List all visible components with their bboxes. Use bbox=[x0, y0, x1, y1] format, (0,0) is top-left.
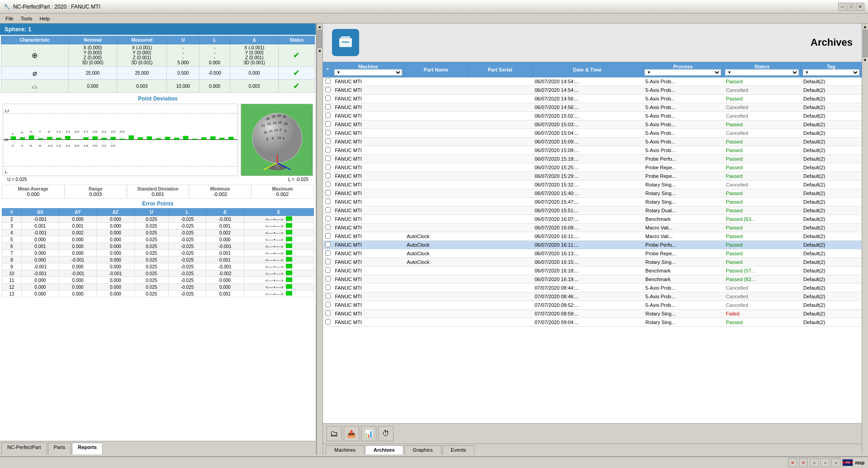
archive-checkbox[interactable] bbox=[325, 199, 331, 204]
archive-checkbox[interactable] bbox=[325, 190, 331, 196]
right-scroll-up[interactable]: ▲ bbox=[863, 24, 867, 29]
tag-filter[interactable]: ▼ bbox=[803, 69, 859, 76]
archive-row[interactable]: FANUC MTI 07/07/2020 08:44:... 5-Axis Pr… bbox=[323, 284, 862, 292]
archive-checkbox[interactable] bbox=[325, 216, 331, 221]
close-button[interactable]: ✕ bbox=[856, 3, 864, 11]
archive-row[interactable]: FANUC MTI 06/07/2020 15:51:... Rotary Du… bbox=[323, 206, 862, 215]
svg-text:8: 8 bbox=[39, 144, 42, 147]
scroll-thumb[interactable] bbox=[318, 30, 322, 48]
archive-row[interactable]: FANUC MTI 06/07/2020 15:40:... Rotary Si… bbox=[323, 189, 862, 198]
minimize-button[interactable]: ─ bbox=[838, 3, 846, 11]
archive-row[interactable]: FANUC MTI AutoClock 06/07/2020 16:15:...… bbox=[323, 258, 862, 267]
archive-checkbox[interactable] bbox=[325, 104, 331, 110]
menu-file[interactable]: File bbox=[2, 15, 17, 22]
archive-row[interactable]: FANUC MTI 06/07/2020 14:54:... 5-Axis Pr… bbox=[323, 77, 862, 86]
archive-checkbox[interactable] bbox=[325, 121, 331, 127]
archive-checkbox[interactable] bbox=[325, 181, 331, 187]
archive-row[interactable]: FANUC MTI AutoClock 06/07/2020 16:11:...… bbox=[323, 241, 862, 249]
chart-toolbar-btn[interactable]: 📊 bbox=[361, 426, 376, 441]
archive-row[interactable]: FANUC MTI 06/07/2020 15:03:... 5-Axis Pr… bbox=[323, 120, 862, 129]
close-x2[interactable]: ✕ bbox=[799, 458, 808, 467]
archive-row[interactable]: FANUC MTI 07/07/2020 08:46:... 5-Axis Pr… bbox=[323, 292, 862, 301]
error-point-row: 13 0.000 0.000 0.000 0.025 -0.025 0.001 … bbox=[2, 291, 314, 297]
archive-toolbar-btn[interactable]: 🗂 bbox=[327, 426, 342, 441]
menu-help[interactable]: Help bbox=[36, 15, 53, 22]
archive-row[interactable]: FANUC MTI AutoClock 06/07/2020 16:13:...… bbox=[323, 249, 862, 258]
archive-checkbox[interactable] bbox=[325, 156, 331, 161]
tab-machines[interactable]: Machines bbox=[326, 445, 364, 454]
archive-row[interactable]: FANUC MTI 06/07/2020 15:09:... 5-Axis Pr… bbox=[323, 146, 862, 155]
archive-row[interactable]: FANUC MTI 06/07/2020 14:54:... 5-Axis Pr… bbox=[323, 86, 862, 95]
btn-grey1[interactable]: ● bbox=[810, 458, 819, 467]
svg-text:21: 21 bbox=[269, 129, 273, 133]
svg-text:7: 7 bbox=[39, 130, 42, 133]
archive-checkbox[interactable] bbox=[325, 242, 331, 247]
archive-checkbox[interactable] bbox=[325, 147, 331, 153]
export-toolbar-btn[interactable]: 📤 bbox=[344, 426, 359, 441]
machine-filter[interactable]: ▼ bbox=[334, 69, 402, 76]
archive-row[interactable]: FANUC MTI 06/07/2020 16:19:... Benchmark… bbox=[323, 275, 862, 284]
archive-row[interactable]: FANUC MTI 06/07/2020 15:29:... Probe Rep… bbox=[323, 172, 862, 181]
archive-row[interactable]: FANUC MTI 07/07/2020 08:59:... Rotary Si… bbox=[323, 310, 862, 318]
archive-row[interactable]: FANUC MTI 06/07/2020 15:18:... Probe Per… bbox=[323, 155, 862, 163]
archive-checkbox[interactable] bbox=[325, 267, 331, 273]
right-scroll-thumb[interactable] bbox=[863, 30, 868, 57]
archive-row[interactable]: FANUC MTI 06/07/2020 15:04:... 5-Axis Pr… bbox=[323, 129, 862, 138]
process-filter[interactable]: ▼ bbox=[645, 69, 721, 76]
archive-checkbox[interactable] bbox=[325, 164, 331, 170]
scroll-up-arrow[interactable]: ▲ bbox=[318, 24, 322, 29]
scroll-down-arrow[interactable]: ▼ bbox=[318, 49, 322, 53]
archive-checkbox[interactable] bbox=[325, 250, 331, 256]
status-filter[interactable]: ▼ bbox=[725, 69, 798, 76]
archives-table-container[interactable]: * Machine ▼ Part Name Part Serial Date &… bbox=[323, 62, 862, 423]
archive-checkbox[interactable] bbox=[325, 207, 331, 213]
archive-checkbox[interactable] bbox=[325, 276, 331, 282]
archive-row[interactable]: FANUC MTI 06/07/2020 16:18:... Benchmark… bbox=[323, 267, 862, 275]
tab-parts[interactable]: Parts bbox=[48, 443, 71, 454]
menu-tools[interactable]: Tools bbox=[17, 15, 36, 22]
archive-checkbox[interactable] bbox=[325, 87, 331, 92]
vertical-scrollbar[interactable]: ▲ ▼ bbox=[317, 24, 323, 454]
archive-checkbox[interactable] bbox=[325, 138, 331, 144]
archive-checkbox[interactable] bbox=[325, 113, 331, 118]
archive-row[interactable]: FANUC MTI 06/07/2020 16:07:... Benchmark… bbox=[323, 215, 862, 224]
archive-row[interactable]: FANUC MTI 06/07/2020 15:47:... Rotary Si… bbox=[323, 198, 862, 206]
clock-toolbar-btn[interactable]: ⏱ bbox=[378, 426, 394, 441]
maximize-button[interactable]: □ bbox=[847, 3, 855, 11]
archive-checkbox[interactable] bbox=[325, 285, 331, 290]
arch-col-tag: Tag ▼ bbox=[801, 62, 861, 77]
archive-checkbox[interactable] bbox=[325, 310, 331, 316]
archive-checkbox[interactable] bbox=[325, 173, 331, 178]
archive-checkbox[interactable] bbox=[325, 233, 331, 239]
archive-checkbox[interactable] bbox=[325, 78, 331, 84]
archive-row[interactable]: FANUC MTI 06/07/2020 14:56:... 5-Axis Pr… bbox=[323, 95, 862, 103]
btn-grey2[interactable]: ● bbox=[821, 458, 830, 467]
right-scrollbar[interactable]: ▲ ▼ bbox=[862, 24, 868, 454]
archive-row[interactable]: FANUC MTI 07/07/2020 09:04:... Rotary Si… bbox=[323, 318, 862, 327]
tab-events[interactable]: Events bbox=[442, 445, 475, 454]
archive-checkbox[interactable] bbox=[325, 224, 331, 230]
tab-reports[interactable]: Reports bbox=[72, 443, 103, 454]
close-x1[interactable]: ✕ bbox=[788, 458, 797, 467]
archive-checkbox[interactable] bbox=[325, 293, 331, 299]
archive-row[interactable]: FANUC MTI 06/07/2020 14:56:... 5-Axis Pr… bbox=[323, 103, 862, 112]
archive-row[interactable]: FANUC MTI AutoClock 06/07/2020 16:11:...… bbox=[323, 232, 862, 241]
right-scroll-down[interactable]: ▼ bbox=[863, 58, 867, 62]
archive-row[interactable]: FANUC MTI 06/07/2020 15:25:... Probe Rep… bbox=[323, 163, 862, 172]
svg-text:13: 13 bbox=[65, 130, 71, 133]
archive-row[interactable]: FANUC MTI 07/07/2020 08:52:... 5-Axis Pr… bbox=[323, 301, 862, 310]
archive-checkbox[interactable] bbox=[325, 96, 331, 101]
archive-checkbox[interactable] bbox=[325, 302, 331, 307]
tab-graphics[interactable]: Graphics bbox=[404, 445, 441, 454]
archive-row[interactable]: FANUC MTI 06/07/2020 15:02:... 5-Axis Pr… bbox=[323, 112, 862, 120]
svg-text:22: 22 bbox=[267, 122, 271, 125]
archive-checkbox[interactable] bbox=[325, 319, 331, 325]
archive-checkbox[interactable] bbox=[325, 130, 331, 135]
archive-row[interactable]: FANUC MTI 06/07/2020 15:32:... Rotary Si… bbox=[323, 181, 862, 189]
archive-checkbox[interactable] bbox=[325, 259, 331, 264]
tab-archives[interactable]: Archives bbox=[365, 445, 403, 454]
tab-nc-perfectpart[interactable]: NC-PerfectPart bbox=[1, 443, 47, 454]
archive-row[interactable]: FANUC MTI 06/07/2020 16:09:... Macro Val… bbox=[323, 224, 862, 232]
btn-grey3[interactable]: ● bbox=[831, 458, 840, 467]
archive-row[interactable]: FANUC MTI 06/07/2020 15:09:... 5-Axis Pr… bbox=[323, 138, 862, 146]
